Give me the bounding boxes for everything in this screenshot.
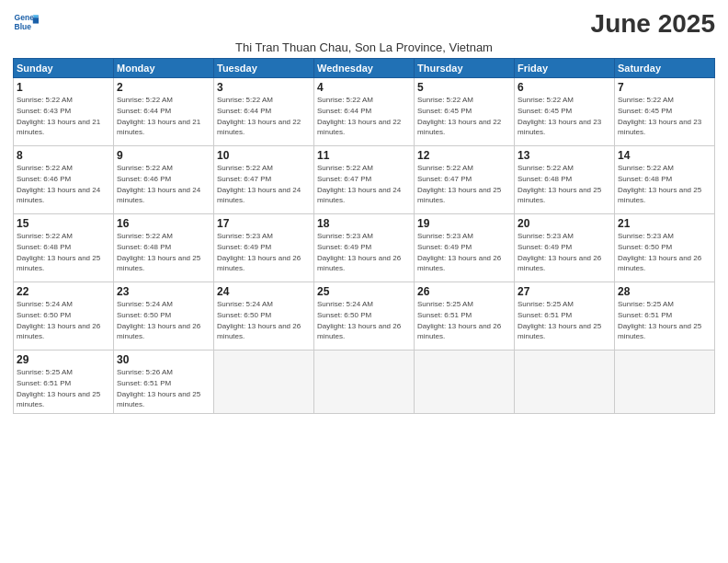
cell-info: Sunrise: 5:25 AMSunset: 6:51 PMDaylight:… bbox=[518, 300, 601, 340]
table-row: 23 Sunrise: 5:24 AMSunset: 6:50 PMDaylig… bbox=[114, 282, 214, 350]
weekday-header-row: Sunday Monday Tuesday Wednesday Thursday… bbox=[14, 59, 715, 78]
day-number: 24 bbox=[217, 285, 311, 298]
day-number: 6 bbox=[518, 81, 611, 94]
cell-info: Sunrise: 5:22 AMSunset: 6:43 PMDaylight:… bbox=[17, 96, 100, 136]
cell-info: Sunrise: 5:25 AMSunset: 6:51 PMDaylight:… bbox=[417, 300, 501, 340]
day-number: 9 bbox=[117, 149, 210, 162]
table-row: 15 Sunrise: 5:22 AMSunset: 6:48 PMDaylig… bbox=[14, 214, 114, 282]
table-row: 8 Sunrise: 5:22 AMSunset: 6:46 PMDayligh… bbox=[14, 146, 114, 214]
subtitle: Thi Tran Thuan Chau, Son La Province, Vi… bbox=[13, 40, 715, 54]
table-row: 11 Sunrise: 5:22 AMSunset: 6:47 PMDaylig… bbox=[314, 146, 415, 214]
table-row bbox=[615, 350, 715, 414]
calendar-table: Sunday Monday Tuesday Wednesday Thursday… bbox=[13, 58, 715, 414]
logo: General Blue bbox=[13, 9, 39, 35]
day-number: 14 bbox=[618, 149, 711, 162]
day-number: 25 bbox=[317, 285, 411, 298]
cell-info: Sunrise: 5:23 AMSunset: 6:49 PMDaylight:… bbox=[417, 232, 501, 272]
cell-info: Sunrise: 5:22 AMSunset: 6:45 PMDaylight:… bbox=[518, 96, 601, 136]
day-number: 7 bbox=[618, 81, 711, 94]
cell-info: Sunrise: 5:22 AMSunset: 6:45 PMDaylight:… bbox=[618, 96, 701, 136]
day-number: 15 bbox=[17, 217, 110, 230]
day-number: 23 bbox=[117, 285, 210, 298]
table-row: 24 Sunrise: 5:24 AMSunset: 6:50 PMDaylig… bbox=[214, 282, 314, 350]
page: General Blue June 2025 Thi Tran Thuan Ch… bbox=[0, 0, 728, 563]
cell-info: Sunrise: 5:22 AMSunset: 6:45 PMDaylight:… bbox=[417, 96, 501, 136]
table-row: 22 Sunrise: 5:24 AMSunset: 6:50 PMDaylig… bbox=[14, 282, 114, 350]
cell-info: Sunrise: 5:25 AMSunset: 6:51 PMDaylight:… bbox=[17, 368, 100, 408]
cell-info: Sunrise: 5:23 AMSunset: 6:49 PMDaylight:… bbox=[518, 232, 601, 272]
cell-info: Sunrise: 5:22 AMSunset: 6:47 PMDaylight:… bbox=[217, 164, 301, 204]
cell-info: Sunrise: 5:24 AMSunset: 6:50 PMDaylight:… bbox=[117, 300, 200, 340]
table-row: 29 Sunrise: 5:25 AMSunset: 6:51 PMDaylig… bbox=[14, 350, 114, 414]
day-number: 11 bbox=[317, 149, 411, 162]
col-saturday: Saturday bbox=[615, 59, 715, 78]
cell-info: Sunrise: 5:24 AMSunset: 6:50 PMDaylight:… bbox=[217, 300, 301, 340]
day-number: 26 bbox=[417, 285, 511, 298]
table-row: 27 Sunrise: 5:25 AMSunset: 6:51 PMDaylig… bbox=[515, 282, 615, 350]
day-number: 19 bbox=[417, 217, 511, 230]
cell-info: Sunrise: 5:23 AMSunset: 6:50 PMDaylight:… bbox=[618, 232, 701, 272]
cell-info: Sunrise: 5:22 AMSunset: 6:47 PMDaylight:… bbox=[317, 164, 401, 204]
table-row: 25 Sunrise: 5:24 AMSunset: 6:50 PMDaylig… bbox=[314, 282, 415, 350]
cell-info: Sunrise: 5:25 AMSunset: 6:51 PMDaylight:… bbox=[618, 300, 701, 340]
table-row: 12 Sunrise: 5:22 AMSunset: 6:47 PMDaylig… bbox=[415, 146, 515, 214]
col-monday: Monday bbox=[114, 59, 214, 78]
cell-info: Sunrise: 5:22 AMSunset: 6:44 PMDaylight:… bbox=[317, 96, 401, 136]
table-row: 28 Sunrise: 5:25 AMSunset: 6:51 PMDaylig… bbox=[615, 282, 715, 350]
day-number: 4 bbox=[317, 81, 411, 94]
col-sunday: Sunday bbox=[14, 59, 114, 78]
day-number: 10 bbox=[217, 149, 311, 162]
table-row: 2 Sunrise: 5:22 AMSunset: 6:44 PMDayligh… bbox=[114, 78, 214, 146]
table-row: 14 Sunrise: 5:22 AMSunset: 6:48 PMDaylig… bbox=[615, 146, 715, 214]
day-number: 2 bbox=[117, 81, 210, 94]
cell-info: Sunrise: 5:24 AMSunset: 6:50 PMDaylight:… bbox=[17, 300, 100, 340]
table-row: 19 Sunrise: 5:23 AMSunset: 6:49 PMDaylig… bbox=[415, 214, 515, 282]
table-row: 9 Sunrise: 5:22 AMSunset: 6:46 PMDayligh… bbox=[114, 146, 214, 214]
table-row bbox=[214, 350, 314, 414]
table-row: 6 Sunrise: 5:22 AMSunset: 6:45 PMDayligh… bbox=[515, 78, 615, 146]
cell-info: Sunrise: 5:23 AMSunset: 6:49 PMDaylight:… bbox=[317, 232, 401, 272]
cell-info: Sunrise: 5:26 AMSunset: 6:51 PMDaylight:… bbox=[117, 368, 200, 408]
day-number: 27 bbox=[518, 285, 611, 298]
svg-marker-3 bbox=[33, 17, 39, 23]
table-row: 17 Sunrise: 5:23 AMSunset: 6:49 PMDaylig… bbox=[214, 214, 314, 282]
col-wednesday: Wednesday bbox=[314, 59, 415, 78]
day-number: 30 bbox=[117, 353, 210, 366]
day-number: 22 bbox=[17, 285, 110, 298]
day-number: 8 bbox=[17, 149, 110, 162]
col-friday: Friday bbox=[515, 59, 615, 78]
cell-info: Sunrise: 5:23 AMSunset: 6:49 PMDaylight:… bbox=[217, 232, 301, 272]
day-number: 12 bbox=[417, 149, 511, 162]
table-row: 5 Sunrise: 5:22 AMSunset: 6:45 PMDayligh… bbox=[415, 78, 515, 146]
day-number: 28 bbox=[618, 285, 711, 298]
cell-info: Sunrise: 5:24 AMSunset: 6:50 PMDaylight:… bbox=[317, 300, 401, 340]
table-row: 26 Sunrise: 5:25 AMSunset: 6:51 PMDaylig… bbox=[415, 282, 515, 350]
col-thursday: Thursday bbox=[415, 59, 515, 78]
day-number: 17 bbox=[217, 217, 311, 230]
cell-info: Sunrise: 5:22 AMSunset: 6:44 PMDaylight:… bbox=[117, 96, 200, 136]
table-row bbox=[314, 350, 415, 414]
main-title: June 2025 bbox=[591, 9, 715, 39]
day-number: 29 bbox=[17, 353, 110, 366]
cell-info: Sunrise: 5:22 AMSunset: 6:47 PMDaylight:… bbox=[417, 164, 501, 204]
table-row bbox=[415, 350, 515, 414]
table-row: 7 Sunrise: 5:22 AMSunset: 6:45 PMDayligh… bbox=[615, 78, 715, 146]
cell-info: Sunrise: 5:22 AMSunset: 6:48 PMDaylight:… bbox=[518, 164, 601, 204]
table-row: 13 Sunrise: 5:22 AMSunset: 6:48 PMDaylig… bbox=[515, 146, 615, 214]
title-block: June 2025 bbox=[591, 9, 715, 39]
col-tuesday: Tuesday bbox=[214, 59, 314, 78]
day-number: 20 bbox=[518, 217, 611, 230]
day-number: 18 bbox=[317, 217, 411, 230]
cell-info: Sunrise: 5:22 AMSunset: 6:48 PMDaylight:… bbox=[117, 232, 200, 272]
table-row: 1 Sunrise: 5:22 AMSunset: 6:43 PMDayligh… bbox=[14, 78, 114, 146]
day-number: 13 bbox=[518, 149, 611, 162]
header: General Blue June 2025 bbox=[13, 9, 715, 39]
table-row: 18 Sunrise: 5:23 AMSunset: 6:49 PMDaylig… bbox=[314, 214, 415, 282]
table-row: 10 Sunrise: 5:22 AMSunset: 6:47 PMDaylig… bbox=[214, 146, 314, 214]
cell-info: Sunrise: 5:22 AMSunset: 6:48 PMDaylight:… bbox=[618, 164, 701, 204]
table-row: 20 Sunrise: 5:23 AMSunset: 6:49 PMDaylig… bbox=[515, 214, 615, 282]
logo-icon: General Blue bbox=[13, 9, 39, 35]
cell-info: Sunrise: 5:22 AMSunset: 6:44 PMDaylight:… bbox=[217, 96, 301, 136]
table-row bbox=[515, 350, 615, 414]
table-row: 16 Sunrise: 5:22 AMSunset: 6:48 PMDaylig… bbox=[114, 214, 214, 282]
